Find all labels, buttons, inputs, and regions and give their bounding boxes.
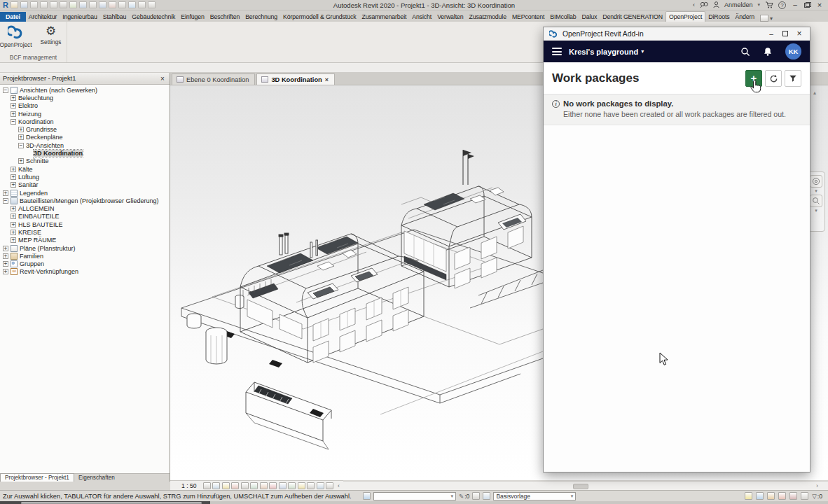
3d-view-icon[interactable] [99,1,106,8]
tree-expander-icon[interactable]: + [11,174,16,180]
worksets-icon[interactable] [767,492,775,500]
ribbon-tab[interactable]: Zusammenarbeit [359,12,409,22]
ribbon-tab[interactable]: Berechnung [242,12,280,22]
notifications-bell-icon[interactable] [763,47,773,57]
horizontal-scrollbar[interactable]: › [343,481,828,490]
tree-item[interactable]: 3D Koordination [0,149,170,157]
op-close-button[interactable]: × [794,29,804,38]
reveal-constraints-icon[interactable] [307,482,315,489]
tree-item[interactable]: + Familien [0,252,170,260]
ribbon-tab[interactable]: Dendrit GENERATION [600,12,665,22]
wheel-options-caret-icon[interactable]: ▾ [815,189,817,193]
tree-item[interactable]: + KREISE [0,228,170,236]
tree-item[interactable]: + Grundrisse [0,125,170,133]
aligned-dimension-icon[interactable] [79,1,87,8]
tree-item[interactable]: − Ansichten (nach Gewerken) [0,86,170,94]
ribbon-tab[interactable]: Ändern [732,12,757,22]
tree-item[interactable]: − Bauteillisten/Mengen (Projektbrowser G… [0,197,170,204]
worksharing-display-icon[interactable] [317,482,324,489]
tree-item[interactable]: + Kälte [0,165,170,173]
tree-expander-icon[interactable]: + [18,127,24,132]
thin-lines-icon[interactable] [118,1,126,8]
tree-item[interactable]: + Heizung [0,110,170,118]
tree-item[interactable]: + Deckenpläne [0,134,170,141]
design-options-icon[interactable] [472,492,480,500]
filter-button[interactable] [785,70,801,87]
op-minimize-button[interactable]: – [766,30,776,38]
work-packages-list-area[interactable] [544,125,810,472]
tree-expander-icon[interactable]: − [18,143,24,148]
section-icon[interactable] [109,1,116,8]
tree-item[interactable]: − Koordination [0,118,170,125]
tree-expander-icon[interactable]: + [3,253,8,259]
undo-icon[interactable] [40,1,48,8]
print-icon[interactable] [60,1,67,8]
tree-expander-icon[interactable]: + [18,158,24,164]
add-work-package-button[interactable]: + [745,70,762,87]
design-options-icon[interactable] [778,492,786,500]
worksets-icon[interactable] [363,492,371,500]
tree-expander-icon[interactable]: + [18,134,24,140]
tab-options-caret-icon[interactable]: ▾ [770,15,773,22]
view-tab[interactable]: 3D Koordination × [256,74,335,85]
crop-view-icon[interactable] [241,482,249,489]
search-icon[interactable] [700,1,708,8]
tree-expander-icon[interactable]: + [11,103,16,108]
ribbon-tab[interactable]: Gebäudetechnik [129,12,178,22]
ribbon-tab[interactable]: Dalux [579,12,600,22]
viewbar-collapse-icon[interactable]: ‹ [338,482,340,489]
ribbon-tab[interactable]: DiRoots [705,12,732,22]
app-store-cart-icon[interactable] [765,1,773,8]
tree-expander-icon[interactable]: + [3,190,8,196]
tree-item[interactable]: − 3D-Ansichten [0,141,170,149]
main-model-icon[interactable] [483,492,490,500]
sun-path-icon[interactable] [222,482,230,489]
tree-item[interactable]: + EINBAUTEILE [0,213,170,220]
project-browser-close-icon[interactable]: × [158,75,167,83]
tree-item[interactable]: + MEP RÄUME [0,237,170,244]
tree-expander-icon[interactable]: − [3,88,8,93]
close-button[interactable]: × [815,1,824,8]
tree-item[interactable]: + ALLGEMEIN [0,204,170,212]
ribbon-tab[interactable]: Ingenieurbau [60,12,100,22]
tree-expander-icon[interactable]: + [11,182,16,188]
ribbon-tab[interactable]: Zusatzmodule [466,12,509,22]
link-graphics-icon[interactable] [756,492,764,500]
measure-icon[interactable] [69,1,77,8]
tree-expander-icon[interactable]: + [11,95,16,101]
tree-item[interactable]: + Beleuchtung [0,94,170,102]
revit-logo-icon[interactable]: R [3,1,8,9]
modify-toggle-icon[interactable] [760,15,768,22]
save-icon[interactable] [20,1,28,8]
signin-caret-icon[interactable]: ▾ [757,2,760,8]
tree-expander-icon[interactable]: − [11,119,16,125]
tree-item[interactable]: + HLS BAUTEILE [0,220,170,228]
ribbon-tab[interactable]: Beschriften [207,12,242,22]
tree-expander-icon[interactable]: + [11,214,16,219]
tree-item[interactable]: + Gruppen [0,260,170,268]
ribbon-tab[interactable]: Körpermodell & Grundstück [280,12,359,22]
tree-item[interactable]: + Lüftung [0,173,170,181]
view-tab-close-icon[interactable]: × [325,76,329,83]
minimize-button[interactable]: – [791,1,799,8]
sync-with-central-icon[interactable] [30,1,38,8]
tree-expander-icon[interactable]: + [3,269,8,274]
tree-expander-icon[interactable]: + [11,230,16,235]
zoom-options-caret-icon[interactable]: ▾ [815,209,817,213]
help-icon[interactable]: ? [778,1,786,9]
text-icon[interactable] [89,1,97,8]
user-avatar[interactable]: KK [785,43,801,59]
ribbon-tab[interactable]: Einfügen [178,12,207,22]
ribbon-tab[interactable]: Architektur [26,12,60,22]
ribbon-tab[interactable]: Datei [0,12,26,22]
search-collapse-icon[interactable]: ‹ [693,1,695,8]
op-window-titlebar[interactable]: OpenProject Revit Add-in – × [544,27,810,41]
tree-item[interactable]: + Legenden [0,189,170,197]
press-drag-icon[interactable] [801,492,808,500]
active-workset-select[interactable]: ▾ [373,492,456,500]
tree-item[interactable]: + Schnitte [0,158,170,165]
selection-filter-count[interactable]: ▽ :0 [812,493,822,500]
op-maximize-button[interactable] [780,30,790,38]
tree-item[interactable]: + Pläne (Planstruktur) [0,244,170,252]
highlight-displacement-icon[interactable] [298,482,305,489]
